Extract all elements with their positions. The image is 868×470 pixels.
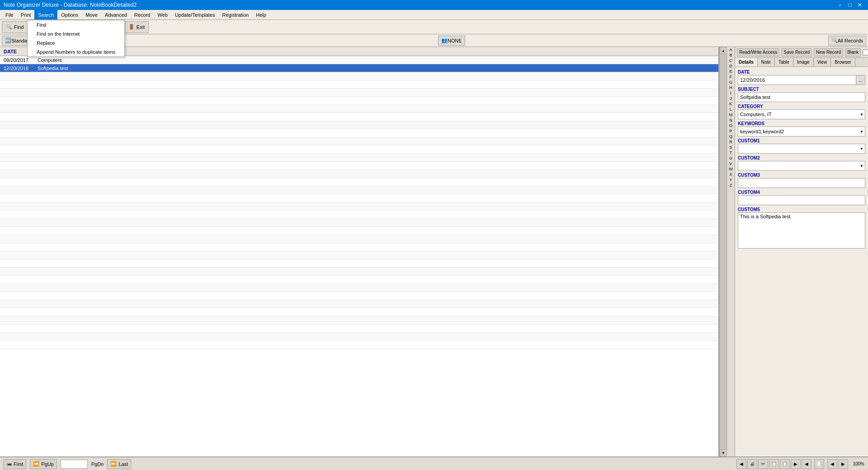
letter-p[interactable]: P — [727, 128, 735, 134]
blank-button[interactable]: Blank — [845, 48, 861, 56]
list-row-empty[interactable] — [0, 276, 718, 284]
scroll-down-button[interactable]: ▼ — [720, 449, 727, 456]
ro-checkbox[interactable] — [863, 49, 868, 56]
maximize-button[interactable]: □ — [845, 0, 854, 9]
letter-f[interactable]: F — [727, 74, 735, 80]
list-row-empty[interactable] — [0, 235, 718, 243]
list-row-empty[interactable] — [0, 316, 718, 324]
list-row-empty[interactable] — [0, 186, 718, 194]
menu-find-internet[interactable]: Find on the Internet — [28, 29, 124, 38]
menu-record[interactable]: Record — [131, 10, 154, 19]
tab-table[interactable]: Table — [775, 58, 793, 66]
rs-btn-2[interactable]: 🖨 — [747, 459, 757, 469]
menu-search[interactable]: Search — [34, 10, 57, 19]
letter-n[interactable]: N — [727, 118, 735, 123]
letter-o[interactable]: O — [727, 123, 735, 128]
letter-q[interactable]: Q — [727, 134, 735, 139]
filter-button[interactable]: 👥 NONE — [438, 36, 465, 46]
list-row-empty[interactable] — [0, 105, 718, 113]
letter-v[interactable]: V — [727, 161, 735, 166]
list-row-empty[interactable] — [0, 219, 718, 227]
list-row-empty[interactable] — [0, 97, 718, 105]
tab-image[interactable]: Image — [793, 58, 814, 66]
tab-view[interactable]: View — [814, 58, 831, 66]
rs-btn-5[interactable]: 📋 — [780, 459, 790, 469]
letter-t[interactable]: T — [727, 150, 735, 155]
letter-b[interactable]: B — [727, 52, 735, 58]
list-row[interactable]: 12/20/2016 Softpedia test — [0, 64, 718, 72]
close-button[interactable]: ✕ — [855, 0, 864, 9]
list-row-empty[interactable] — [0, 300, 718, 308]
list-row-empty[interactable] — [0, 284, 718, 292]
subject-input[interactable] — [738, 92, 865, 102]
tab-note[interactable]: Note — [758, 58, 775, 66]
list-row-empty[interactable] — [0, 89, 718, 97]
menu-help[interactable]: Help — [252, 10, 270, 19]
save-record-button[interactable]: Save Record — [781, 48, 812, 56]
category-select[interactable]: Computers, IT — [738, 109, 865, 119]
list-row-empty[interactable] — [0, 268, 718, 276]
letter-z[interactable]: Z — [727, 183, 735, 188]
letter-l[interactable]: L — [727, 107, 735, 112]
letter-w[interactable]: W — [727, 166, 735, 172]
page-input[interactable] — [61, 460, 88, 469]
rs-btn-4[interactable]: 📋 — [769, 459, 779, 469]
list-row-empty[interactable] — [0, 292, 718, 300]
letter-u[interactable]: U — [727, 155, 735, 161]
tab-details[interactable]: Details — [735, 58, 758, 66]
letter-e[interactable]: E — [727, 69, 735, 74]
letter-j[interactable]: J — [727, 96, 735, 101]
menu-options[interactable]: Options — [57, 10, 82, 19]
letter-g[interactable]: G — [727, 80, 735, 85]
list-row-empty[interactable] — [0, 170, 718, 178]
menu-registration[interactable]: Registration — [219, 10, 253, 19]
letter-h[interactable]: H — [727, 85, 735, 90]
list-row[interactable]: 09/20/2017 Computers — [0, 56, 718, 64]
list-row-empty[interactable] — [0, 162, 718, 170]
first-button[interactable]: ⏮ First — [4, 459, 26, 469]
rs-btn-9[interactable]: ◀ — [827, 459, 837, 469]
exit-button[interactable]: 🚪 Exit — [124, 21, 149, 33]
scroll-up-button[interactable]: ▲ — [720, 47, 727, 54]
letter-d[interactable]: D — [727, 63, 735, 69]
menu-replace[interactable]: Replace — [28, 38, 124, 47]
list-row-empty[interactable] — [0, 341, 718, 349]
list-row-empty[interactable] — [0, 227, 718, 235]
letter-m[interactable]: M — [727, 112, 735, 118]
list-row-empty[interactable] — [0, 154, 718, 162]
list-row-empty[interactable] — [0, 146, 718, 154]
menu-find[interactable]: Find — [28, 20, 124, 29]
keywords-select[interactable]: keyword1;keyword2 — [738, 127, 865, 136]
rs-btn-7[interactable]: ◀ — [802, 459, 811, 469]
menu-move[interactable]: Move — [82, 10, 101, 19]
letter-a[interactable]: A — [727, 47, 735, 52]
letter-r[interactable]: R — [727, 139, 735, 145]
last-button[interactable]: ⏩ Last — [107, 459, 131, 469]
custom4-input[interactable] — [738, 195, 865, 205]
list-row-empty[interactable] — [0, 211, 718, 219]
list-row-empty[interactable] — [0, 251, 718, 259]
read-write-access-button[interactable]: Read/Write Access — [737, 48, 779, 56]
minimize-button[interactable]: − — [835, 0, 844, 9]
rs-btn-3[interactable]: ✂ — [758, 459, 768, 469]
menu-append-numbers[interactable]: Append Numbers to duplicate items — [28, 47, 124, 56]
date-ellipsis-button[interactable]: ... — [856, 75, 865, 85]
rs-btn-1[interactable]: ◀ — [736, 459, 746, 469]
new-record-button[interactable]: New Record — [814, 48, 843, 56]
list-row-empty[interactable] — [0, 80, 718, 89]
rs-btn-10[interactable]: ▶ — [838, 459, 848, 469]
menu-file[interactable]: File — [2, 10, 17, 19]
pgup-button[interactable]: ⏪ PgUp — [30, 459, 57, 469]
list-row-empty[interactable] — [0, 113, 718, 121]
list-row-empty[interactable] — [0, 202, 718, 211]
custom5-textarea[interactable]: This is a Softpedia test. — [738, 212, 865, 249]
menu-advanced[interactable]: Advanced — [101, 10, 131, 19]
list-row-empty[interactable] — [0, 178, 718, 186]
custom2-select[interactable] — [738, 161, 865, 171]
list-row-empty[interactable] — [0, 308, 718, 316]
menu-update-templates[interactable]: Update/Templates — [171, 10, 219, 19]
list-row-empty[interactable] — [0, 129, 718, 137]
menu-web[interactable]: Web — [154, 10, 171, 19]
list-row-empty[interactable] — [0, 72, 718, 80]
find-button[interactable]: 🔍 Find — [2, 21, 28, 33]
